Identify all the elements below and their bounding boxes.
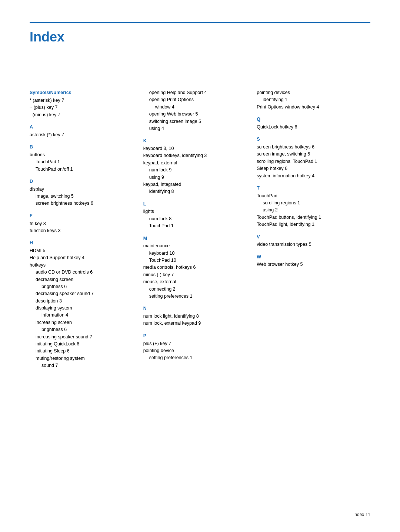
section-header: D	[30, 178, 136, 185]
entry: sound 7	[30, 362, 136, 369]
column-1: Symbols/Numerics* (asterisk) key 7+ (plu…	[30, 89, 143, 369]
entry: Web browser hotkey 5	[257, 261, 363, 268]
entry: window 4	[143, 104, 250, 111]
entry: num lock 9	[143, 167, 250, 174]
entry: maintenance	[143, 242, 250, 250]
section-header: P	[143, 332, 250, 339]
entry: decreasing speaker sound 7	[30, 290, 136, 297]
entry: using 2	[257, 207, 363, 214]
entry: num lock, external keypad 9	[143, 320, 250, 327]
entry: decreasing screen	[30, 276, 136, 283]
section-header: N	[143, 305, 250, 312]
entry: QuickLock hotkey 6	[257, 124, 363, 131]
entry: * (asterisk) key 7	[30, 97, 136, 104]
entry: brightness 6	[30, 283, 136, 290]
entry: Print Options window hotkey 4	[257, 104, 363, 111]
entry: setting preferences 1	[143, 293, 250, 300]
entry: screen image, switching 5	[257, 151, 363, 158]
entry: using 9	[143, 174, 250, 181]
entry: function keys 3	[30, 227, 136, 234]
footer-text: Index 11	[353, 512, 370, 517]
entry: opening Print Options	[143, 96, 250, 103]
page-container: Index Symbols/Numerics* (asterisk) key 7…	[0, 0, 400, 391]
entry: TouchPad 1	[30, 158, 136, 165]
section-header: B	[30, 144, 136, 151]
section-header: V	[257, 234, 363, 241]
top-border	[30, 22, 370, 23]
entry: description 3	[30, 298, 136, 305]
entry: image, switching 5	[30, 193, 136, 200]
entry: brightness 6	[30, 326, 136, 333]
entry: scrolling regions, TouchPad 1	[257, 158, 363, 165]
entry: buttons	[30, 151, 136, 158]
entry: switching screen image 5	[143, 118, 250, 125]
entry: TouchPad	[257, 193, 363, 200]
section-header: W	[257, 254, 363, 261]
entry: identifying 8	[143, 188, 250, 195]
entry: media controls, hotkeys 6	[143, 264, 250, 271]
section-header: L	[143, 201, 250, 208]
entry: keyboard 3, 10	[143, 145, 250, 152]
page-footer: Index 11	[353, 512, 370, 517]
entry: TouchPad light, identifying 1	[257, 221, 363, 228]
entry: Sleep hotkey 6	[257, 165, 363, 172]
entry: display	[30, 186, 136, 193]
entry: asterisk (*) key 7	[30, 131, 136, 138]
entry: TouchPad buttons, identifying 1	[257, 214, 363, 221]
entry: TouchPad 10	[143, 257, 250, 264]
entry: TouchPad 1	[143, 222, 250, 230]
entry: displaying system	[30, 305, 136, 312]
entry: pointing device	[143, 347, 250, 354]
entry: identifying 1	[257, 96, 363, 103]
section-header: A	[30, 124, 136, 131]
entry: HDMI 5	[30, 247, 136, 254]
entry: opening Web browser 5	[143, 111, 250, 118]
section-header: Symbols/Numerics	[30, 89, 136, 96]
entry: - (minus) key 7	[30, 111, 136, 118]
entry: keyboard hotkeys, identifying 3	[143, 152, 250, 159]
entry: minus (-) key 7	[143, 271, 250, 278]
entry: increasing speaker sound 7	[30, 334, 136, 341]
entry: pointing devices	[257, 89, 363, 96]
entry: TouchPad on/off 1	[30, 166, 136, 173]
entry: num lock light, identifying 8	[143, 313, 250, 320]
entry: keypad, external	[143, 160, 250, 167]
section-header: F	[30, 213, 136, 220]
section-header: T	[257, 185, 363, 192]
entry: information 4	[30, 312, 136, 319]
section-header: Q	[257, 116, 363, 123]
entry: increasing screen	[30, 319, 136, 326]
entry: fn key 3	[30, 220, 136, 227]
entry: keypad, integrated	[143, 181, 250, 188]
entry: video transmission types 5	[257, 241, 363, 248]
entry: mouse, external	[143, 278, 250, 285]
entry: muting/restoring system	[30, 355, 136, 362]
entry: audio CD or DVD controls 6	[30, 269, 136, 276]
entry: opening Help and Support 4	[143, 89, 250, 96]
entry: keyboard 10	[143, 250, 250, 257]
section-header: K	[143, 137, 250, 144]
section-header: M	[143, 235, 250, 242]
section-header: H	[30, 240, 136, 247]
entry: initiating Sleep 6	[30, 348, 136, 355]
entry: num lock 8	[143, 215, 250, 222]
entry: screen brightness hotkeys 6	[257, 144, 363, 151]
column-3: pointing devicesidentifying 1Print Optio…	[257, 89, 370, 369]
index-columns: Symbols/Numerics* (asterisk) key 7+ (plu…	[30, 89, 370, 369]
entry: connecting 2	[143, 286, 250, 293]
entry: screen brightness hotkeys 6	[30, 200, 136, 207]
entry: Help and Support hotkey 4	[30, 254, 136, 261]
entry: lights	[143, 208, 250, 215]
entry: system information hotkey 4	[257, 173, 363, 180]
page-title: Index	[30, 29, 370, 45]
entry: hotkeys	[30, 262, 136, 269]
entry: using 4	[143, 125, 250, 132]
entry: initiating QuickLock 6	[30, 341, 136, 348]
entry: scrolling regions 1	[257, 200, 363, 207]
entry: plus (+) key 7	[143, 340, 250, 347]
column-2: opening Help and Support 4opening Print …	[143, 89, 257, 369]
section-header: S	[257, 136, 363, 143]
entry: + (plus) key 7	[30, 104, 136, 111]
entry: setting preferences 1	[143, 354, 250, 361]
